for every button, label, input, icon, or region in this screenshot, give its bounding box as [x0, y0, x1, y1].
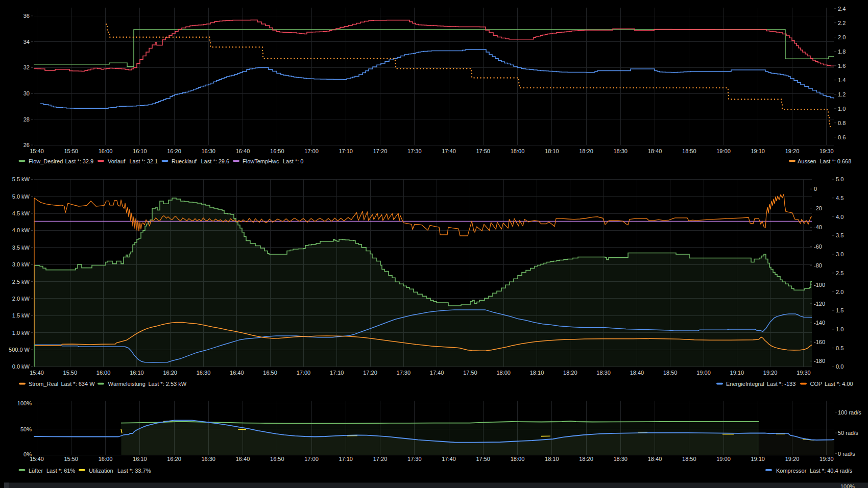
svg-text:19:30: 19:30	[819, 456, 834, 462]
svg-text:17:10: 17:10	[339, 456, 353, 462]
svg-text:16:00: 16:00	[99, 148, 113, 154]
svg-text:Last *: 2.53 kW: Last *: 2.53 kW	[149, 381, 187, 387]
svg-text:1.5 kW: 1.5 kW	[12, 312, 30, 319]
svg-text:-80: -80	[814, 262, 822, 269]
svg-text:18:00: 18:00	[511, 456, 525, 462]
svg-text:0.5: 0.5	[836, 345, 843, 351]
svg-text:3.5 kW: 3.5 kW	[12, 245, 30, 251]
svg-text:-40: -40	[814, 224, 822, 230]
svg-text:28: 28	[23, 116, 30, 123]
svg-text:-140: -140	[814, 320, 825, 326]
svg-text:Last *: 4.00: Last *: 4.00	[825, 381, 853, 387]
svg-text:19:00: 19:00	[696, 370, 711, 376]
svg-text:15:40: 15:40	[30, 370, 44, 376]
svg-text:16:10: 16:10	[133, 456, 147, 462]
svg-text:500.0 W: 500.0 W	[9, 347, 30, 353]
svg-text:17:40: 17:40	[430, 370, 444, 376]
svg-text:17:50: 17:50	[476, 456, 490, 462]
svg-text:18:00: 18:00	[511, 148, 525, 154]
svg-text:17:20: 17:20	[363, 370, 377, 376]
svg-text:19:00: 19:00	[716, 456, 731, 462]
svg-text:17:20: 17:20	[373, 148, 388, 154]
svg-text:19:20: 19:20	[785, 148, 800, 154]
svg-text:18:10: 18:10	[545, 456, 559, 462]
svg-text:100%: 100%	[840, 483, 855, 488]
svg-text:Last *: -133: Last *: -133	[767, 381, 795, 387]
svg-text:16:20: 16:20	[167, 456, 181, 462]
svg-text:16:40: 16:40	[236, 148, 250, 154]
svg-text:17:00: 17:00	[304, 148, 319, 154]
svg-text:16:30: 16:30	[201, 148, 215, 154]
svg-text:2.0 kW: 2.0 kW	[12, 296, 30, 302]
svg-text:15:40: 15:40	[30, 148, 44, 154]
svg-text:0.0: 0.0	[836, 363, 843, 370]
svg-text:18:50: 18:50	[682, 148, 696, 154]
svg-text:16:00: 16:00	[99, 456, 113, 462]
svg-text:1.6: 1.6	[838, 63, 846, 69]
svg-text:18:40: 18:40	[648, 456, 662, 462]
svg-text:16:40: 16:40	[230, 370, 244, 376]
svg-text:2.0: 2.0	[836, 289, 843, 295]
svg-text:17:00: 17:00	[297, 370, 311, 376]
svg-text:5.0 kW: 5.0 kW	[12, 193, 30, 200]
svg-text:17:50: 17:50	[476, 148, 490, 154]
svg-text:36: 36	[23, 13, 30, 19]
svg-text:Kompressor: Kompressor	[776, 468, 807, 474]
svg-text:18:30: 18:30	[596, 370, 611, 376]
svg-text:Last *: 32.9: Last *: 32.9	[65, 158, 94, 164]
svg-text:Last *: 0.668: Last *: 0.668	[820, 158, 852, 164]
svg-text:16:50: 16:50	[270, 148, 284, 154]
svg-text:50%: 50%	[20, 426, 32, 432]
svg-text:Strom_Real: Strom_Real	[29, 381, 58, 387]
svg-text:15:50: 15:50	[64, 456, 78, 462]
svg-text:18:50: 18:50	[663, 370, 678, 376]
svg-text:17:30: 17:30	[397, 370, 411, 376]
svg-text:15:50: 15:50	[64, 148, 78, 154]
svg-text:100 rad/s: 100 rad/s	[838, 409, 861, 416]
svg-text:0: 0	[814, 186, 817, 192]
svg-text:16:50: 16:50	[263, 370, 277, 376]
svg-text:Last *: 40.4 rad/s: Last *: 40.4 rad/s	[810, 468, 853, 474]
svg-text:-180: -180	[814, 358, 825, 364]
svg-text:Last *: 29.6: Last *: 29.6	[201, 158, 230, 164]
svg-text:5.0: 5.0	[836, 176, 843, 182]
svg-text:19:20: 19:20	[785, 456, 800, 462]
svg-text:18:20: 18:20	[579, 148, 593, 154]
svg-text:16:50: 16:50	[270, 456, 284, 462]
svg-text:2.4: 2.4	[838, 6, 846, 12]
svg-text:1.2: 1.2	[838, 91, 846, 97]
svg-text:3.0 kW: 3.0 kW	[12, 261, 30, 267]
svg-text:100%: 100%	[17, 400, 32, 406]
svg-text:18:20: 18:20	[563, 370, 577, 376]
svg-text:0.0 kW: 0.0 kW	[12, 363, 30, 370]
svg-text:17:30: 17:30	[407, 148, 422, 154]
svg-text:16:20: 16:20	[163, 370, 177, 376]
svg-text:32: 32	[23, 64, 30, 70]
svg-text:2.2: 2.2	[838, 20, 846, 26]
svg-text:4.5 kW: 4.5 kW	[12, 210, 30, 216]
svg-text:Ruecklauf: Ruecklauf	[172, 158, 197, 164]
svg-text:-60: -60	[814, 243, 822, 250]
svg-text:EnergieIntegral: EnergieIntegral	[726, 381, 764, 387]
svg-text:0.8: 0.8	[838, 120, 846, 126]
svg-text:30: 30	[23, 90, 30, 96]
svg-text:17:40: 17:40	[442, 148, 456, 154]
svg-text:Last *: 634 W: Last *: 634 W	[61, 381, 95, 387]
svg-text:18:30: 18:30	[613, 148, 628, 154]
svg-text:15:50: 15:50	[63, 370, 78, 376]
svg-text:Last *: 61%: Last *: 61%	[46, 468, 75, 474]
svg-text:19:30: 19:30	[797, 370, 811, 376]
svg-text:19:30: 19:30	[819, 148, 834, 154]
svg-text:17:10: 17:10	[339, 148, 353, 154]
svg-text:18:40: 18:40	[630, 370, 644, 376]
svg-text:16:20: 16:20	[167, 148, 181, 154]
svg-text:50 rad/s: 50 rad/s	[838, 430, 858, 436]
svg-text:17:30: 17:30	[407, 456, 422, 462]
svg-text:19:20: 19:20	[763, 370, 778, 376]
svg-text:1.8: 1.8	[838, 48, 846, 55]
svg-text:-160: -160	[814, 339, 825, 345]
svg-text:16:30: 16:30	[197, 370, 211, 376]
svg-text:17:40: 17:40	[442, 456, 456, 462]
svg-text:19:10: 19:10	[751, 456, 765, 462]
svg-text:18:20: 18:20	[579, 456, 593, 462]
